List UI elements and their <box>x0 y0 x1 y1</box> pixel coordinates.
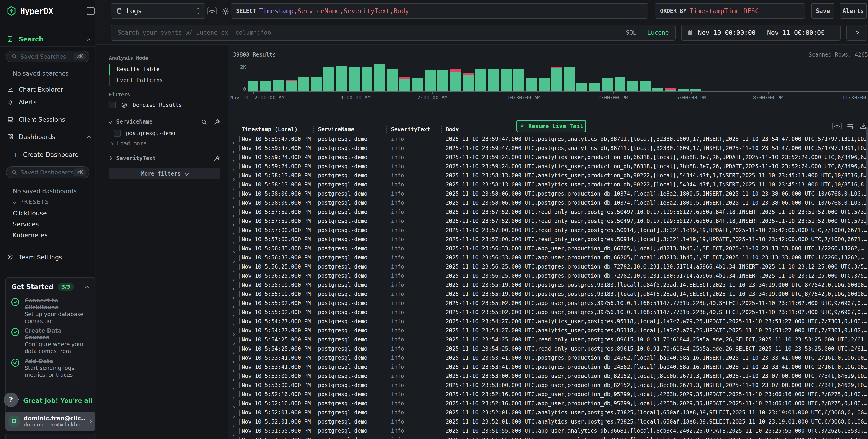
chevron-up-icon[interactable] <box>86 286 88 290</box>
histogram-bar[interactable] <box>412 78 423 91</box>
column-header-servicename[interactable]: ServiceName <box>318 126 354 133</box>
table-row[interactable]: Nov 10 5:53:00.000 PM postgresql-demo in… <box>228 372 868 381</box>
search-icon[interactable] <box>200 119 208 125</box>
column-resize-handle[interactable] <box>313 126 314 133</box>
sidebar-item-alerts[interactable]: Alerts <box>0 97 95 107</box>
table-row[interactable]: Nov 10 5:59:24.000 PM postgresql-demo in… <box>228 153 868 162</box>
histogram-bar[interactable] <box>627 81 638 91</box>
save-button[interactable]: Save <box>811 3 835 19</box>
histogram-bar[interactable] <box>678 89 689 91</box>
mode-event-patterns[interactable]: Event Patterns <box>117 75 163 85</box>
histogram[interactable] <box>248 45 868 91</box>
table-row[interactable]: Nov 10 5:52:01.000 PM postgresql-demo in… <box>228 417 868 426</box>
histogram-bar[interactable] <box>336 66 347 91</box>
table-row[interactable]: Nov 10 5:56:33.000 PM postgresql-demo in… <box>228 253 868 262</box>
histogram-bar[interactable] <box>362 67 372 91</box>
checkbox[interactable] <box>114 130 121 137</box>
table-row[interactable]: Nov 10 5:58:06.000 PM postgresql-demo in… <box>228 198 868 208</box>
histogram-bar[interactable] <box>488 69 499 91</box>
column-resize-handle[interactable] <box>441 126 442 133</box>
table-row[interactable]: Nov 10 5:51:55.000 PM postgresql-demo in… <box>228 426 868 435</box>
histogram-bar[interactable] <box>665 88 676 91</box>
table-row[interactable]: Nov 10 5:59:24.000 PM postgresql-demo in… <box>228 162 868 171</box>
pin-icon[interactable] <box>213 119 220 125</box>
column-header-body[interactable]: Body <box>445 126 459 133</box>
table-row[interactable]: Nov 10 5:59:47.000 PM postgresql-demo in… <box>228 134 868 144</box>
histogram-bar[interactable] <box>374 64 385 91</box>
histogram-bar[interactable] <box>425 70 436 91</box>
sidebar-item-chart-explorer[interactable]: Chart Explorer <box>0 84 95 94</box>
table-row[interactable]: Nov 10 5:57:52.000 PM postgresql-demo in… <box>228 217 868 226</box>
preset-kubernetes[interactable]: Kubernetes <box>13 231 48 239</box>
source-select[interactable]: Logs <box>111 3 205 19</box>
table-row[interactable]: Nov 10 5:56:33.000 PM postgresql-demo in… <box>228 244 868 253</box>
histogram-bar[interactable] <box>690 89 702 91</box>
app-logo[interactable]: HyperDX <box>6 5 53 17</box>
column-resize-handle[interactable] <box>386 126 387 133</box>
sidebar-item-search[interactable]: Search <box>0 34 95 44</box>
histogram-bar[interactable] <box>311 77 322 91</box>
table-row[interactable]: Nov 10 5:54:25.000 PM postgresql-demo in… <box>228 335 868 344</box>
histogram-bar[interactable] <box>640 81 651 91</box>
histogram-bar[interactable] <box>286 80 297 91</box>
date-range-picker[interactable]: Nov 10 00:00:00 - Nov 11 00:00:00 <box>681 25 841 40</box>
histogram-bar[interactable] <box>475 69 486 91</box>
scrollbar[interactable] <box>866 127 868 225</box>
load-more-button[interactable]: Load more <box>111 140 147 147</box>
table-row[interactable]: Nov 10 5:54:25.000 PM postgresql-demo in… <box>228 344 868 353</box>
denoise-results-checkbox[interactable]: Denoise Results <box>109 102 182 108</box>
table-row[interactable]: Nov 10 5:55:02.000 PM postgresql-demo in… <box>228 308 868 317</box>
table-row[interactable]: Nov 10 5:56:25.000 PM postgresql-demo in… <box>228 262 868 271</box>
pin-icon[interactable] <box>213 155 220 162</box>
saved-dashboards-input[interactable]: Saved Dashboards ⌘K <box>6 166 89 178</box>
preset-clickhouse[interactable]: ClickHouse <box>13 210 47 217</box>
saved-searches-input[interactable]: Saved Searches ⌘K <box>6 51 89 62</box>
histogram-bar[interactable] <box>298 77 309 91</box>
histogram-bar[interactable] <box>349 67 360 91</box>
filter-option-postgresql-demo[interactable]: postgresql-demo <box>114 130 175 137</box>
get-started-step-sources[interactable]: Create Data Sources Configure where your… <box>10 327 93 355</box>
column-header-severitytext[interactable]: SeverityText <box>391 126 430 133</box>
histogram-bar[interactable] <box>450 69 461 91</box>
filter-group-severitytext[interactable]: SeverityText <box>109 155 156 161</box>
mode-results-table[interactable]: Results Table <box>117 64 160 74</box>
preset-services[interactable]: Services <box>13 221 39 228</box>
table-row[interactable]: Nov 10 5:51:55.000 PM postgresql-demo in… <box>228 435 868 439</box>
histogram-bar[interactable] <box>248 81 258 91</box>
checkbox[interactable] <box>109 102 116 108</box>
histogram-bar[interactable] <box>463 73 474 91</box>
histogram-bar[interactable] <box>602 78 613 91</box>
alerts-button[interactable]: Alerts <box>839 3 867 19</box>
histogram-bar[interactable] <box>589 84 600 91</box>
code-view-button[interactable]: <> <box>208 7 217 15</box>
table-row[interactable]: Nov 10 5:52:01.000 PM postgresql-demo in… <box>228 408 868 417</box>
sidebar-collapse-icon[interactable] <box>87 7 95 15</box>
table-row[interactable]: Nov 10 5:55:19.000 PM postgresql-demo in… <box>228 289 868 299</box>
table-row[interactable]: Nov 10 5:52:16.000 PM postgresql-demo in… <box>228 399 868 408</box>
histogram-bar[interactable] <box>513 69 524 91</box>
histogram-bar[interactable] <box>564 67 575 91</box>
gear-icon[interactable] <box>221 6 230 16</box>
user-menu[interactable]: D dominic.tran@clic... dominic.tran@clic… <box>5 412 95 431</box>
sidebar-item-dashboards[interactable]: Dashboards <box>0 132 95 142</box>
histogram-bar[interactable] <box>538 78 550 91</box>
histogram-bar[interactable] <box>399 77 410 91</box>
table-row[interactable]: Nov 10 5:57:00.000 PM postgresql-demo in… <box>228 235 868 244</box>
histogram-bar[interactable] <box>615 77 625 91</box>
filter-group-servicename[interactable]: ServiceName <box>109 119 153 125</box>
order-by-input[interactable]: ORDER BY TimestampTime DESC <box>655 3 805 19</box>
histogram-bar[interactable] <box>577 84 587 91</box>
presets-section-toggle[interactable]: PRESETS <box>13 199 49 205</box>
sidebar-item-team-settings[interactable]: Team Settings <box>0 252 95 262</box>
select-columns-input[interactable]: SELECT Timestamp,ServiceName,SeverityTex… <box>231 3 648 19</box>
table-row[interactable]: Nov 10 5:53:41.000 PM postgresql-demo in… <box>228 363 868 372</box>
table-row[interactable]: Nov 10 5:58:06.000 PM postgresql-demo in… <box>228 189 868 198</box>
lucene-mode-toggle[interactable]: Lucene <box>647 29 669 36</box>
table-row[interactable]: Nov 10 5:57:52.000 PM postgresql-demo in… <box>228 208 868 217</box>
column-header-timestamp[interactable]: Timestamp (Local) <box>242 126 298 133</box>
sql-mode-toggle[interactable]: SQL <box>626 29 637 36</box>
histogram-bar[interactable] <box>526 78 537 91</box>
table-row[interactable]: Nov 10 5:54:27.000 PM postgresql-demo in… <box>228 326 868 335</box>
table-row[interactable]: Nov 10 5:59:47.000 PM postgresql-demo in… <box>228 144 868 153</box>
histogram-bar[interactable] <box>260 81 271 91</box>
